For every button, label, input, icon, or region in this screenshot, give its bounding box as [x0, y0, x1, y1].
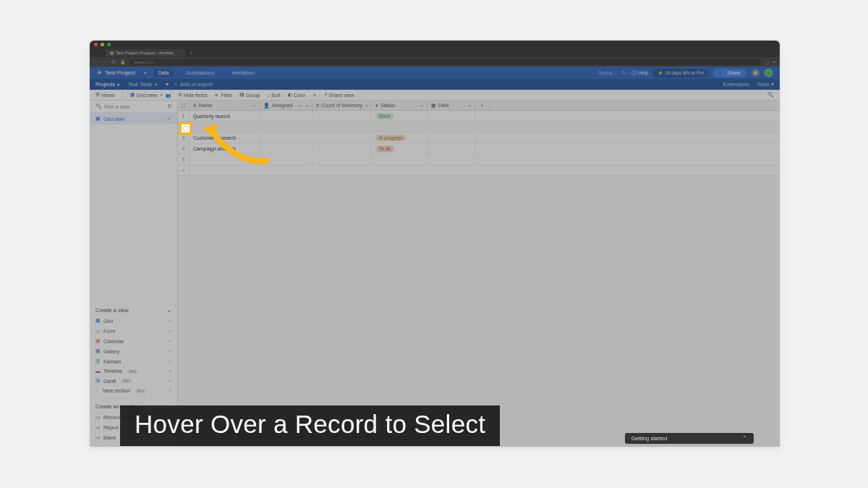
create-calendar[interactable]: ▦Calendar+: [95, 336, 171, 346]
date-cell[interactable]: [427, 143, 475, 153]
status-cell[interactable]: To do: [372, 143, 427, 153]
getting-started-panel[interactable]: Getting started ⌃: [625, 433, 754, 444]
create-kanban[interactable]: ▥Kanban+: [95, 356, 171, 366]
nav-data[interactable]: Data: [154, 69, 174, 77]
row-number[interactable]: 5: [178, 154, 190, 164]
form-icon: ▭: [95, 328, 101, 334]
status-cell[interactable]: [372, 154, 427, 164]
create-gallery[interactable]: ▦Gallery+: [95, 346, 171, 356]
add-import-label: Add or import: [180, 81, 213, 88]
row-height-button[interactable]: ≡: [313, 93, 316, 98]
sidebar-view-grid[interactable]: ▦ Grid view ✓: [90, 113, 177, 125]
filter-button[interactable]: ⫧ Filter: [214, 93, 232, 98]
share-button[interactable]: 👥 Share: [713, 69, 746, 77]
avatar[interactable]: [765, 69, 773, 77]
count-cell[interactable]: [312, 143, 372, 153]
kanban-icon: ▥: [95, 358, 101, 364]
extensions-link[interactable]: Extensions: [723, 81, 750, 88]
tab-favicon: [110, 51, 114, 55]
table-tab-test[interactable]: Test Table ▾: [128, 81, 157, 88]
column-assignee[interactable]: 👤Assignee▾+: [260, 101, 312, 110]
hide-fields-button[interactable]: ⊘ Hide fields: [178, 92, 208, 98]
add-import-button[interactable]: + Add or import: [174, 81, 213, 88]
back-button[interactable]: ←: [94, 59, 99, 65]
item-label: Report: [103, 425, 119, 430]
tab-dropdown-icon[interactable]: ▾: [166, 81, 169, 88]
maximize-window-button[interactable]: [107, 43, 111, 46]
new-tab-button[interactable]: +: [190, 50, 193, 56]
tools-link[interactable]: Tools ▾: [757, 81, 774, 88]
gear-icon[interactable]: ⚙: [167, 104, 171, 109]
search-button[interactable]: 🔍: [767, 92, 774, 98]
profile-icon[interactable]: ●: [773, 59, 775, 64]
tools-label: Tools: [757, 81, 770, 88]
count-cell[interactable]: [312, 132, 372, 143]
trial-badge[interactable]: ⚡ 14 days left on Pro: [653, 69, 708, 77]
add-column-button[interactable]: +: [475, 101, 490, 110]
browser-address-bar: ← → ⟳ 🔒 airtable.com/… ◻ ●: [90, 57, 780, 67]
color-button[interactable]: ◐ Color: [288, 92, 306, 98]
create-timeline[interactable]: ▬TimelinePro+: [95, 366, 171, 376]
chevron-down-icon: ▾: [161, 93, 163, 97]
grid-view-label: Grid view: [137, 93, 158, 98]
date-cell[interactable]: [427, 154, 475, 164]
chevron-down-icon: ▾: [365, 103, 367, 108]
table-tab-projects[interactable]: Projects ▾: [95, 81, 119, 88]
lock-icon: 🔒: [120, 59, 125, 64]
app-logo-icon[interactable]: ✈: [97, 70, 102, 76]
column-name[interactable]: AName▾: [190, 101, 260, 110]
minimize-window-button[interactable]: [101, 43, 104, 46]
date-cell[interactable]: [427, 132, 475, 143]
reload-button[interactable]: ⟳: [111, 59, 116, 65]
date-cell[interactable]: [427, 111, 475, 121]
count-cell[interactable]: [312, 122, 372, 132]
group-button[interactable]: ▤ Group: [239, 92, 260, 98]
share-view-button[interactable]: ↗ Share view: [323, 92, 354, 98]
row-number[interactable]: 4: [178, 143, 190, 153]
nav-automations[interactable]: Automations: [182, 69, 219, 77]
browser-tab[interactable]: Test Project Projects - Airtable: [106, 49, 185, 56]
item-label: Blank: [103, 435, 116, 440]
create-grid[interactable]: ▦Grid+: [95, 316, 171, 326]
find-view-input[interactable]: 🔍 Find a view ⚙: [90, 101, 177, 113]
create-view-header[interactable]: Create a view⌄: [95, 305, 171, 316]
extension-icon[interactable]: ◻: [765, 59, 769, 64]
col-label: Name: [199, 103, 213, 108]
url-field[interactable]: airtable.com/…: [129, 59, 761, 65]
project-title[interactable]: Test Project: [105, 70, 135, 76]
plus-icon: +: [169, 388, 171, 393]
eye-off-icon: ⊘: [178, 92, 182, 98]
column-count[interactable]: #Count of Inventory▾: [312, 101, 372, 110]
item-label: Kanban: [103, 359, 121, 364]
status-cell[interactable]: In progress: [372, 132, 427, 143]
create-form[interactable]: ▭Form+: [95, 326, 171, 336]
notifications-icon[interactable]: 🔔: [752, 69, 760, 77]
create-view-label: Create a view: [95, 307, 129, 314]
help-label: Help: [638, 70, 648, 75]
close-window-button[interactable]: [94, 43, 98, 46]
help-link[interactable]: ⓘ Help: [631, 70, 648, 77]
status-cell[interactable]: [372, 122, 427, 132]
count-cell[interactable]: [312, 111, 372, 121]
select-all-checkbox[interactable]: [178, 101, 190, 110]
create-gantt[interactable]: ▤GanttPro+: [95, 376, 171, 386]
row-number[interactable]: 1: [178, 111, 190, 121]
history-icon[interactable]: ↻: [622, 70, 626, 76]
grid-view-button[interactable]: ▦ Grid view ▾ 👥: [130, 92, 171, 98]
forward-button[interactable]: →: [103, 59, 108, 65]
sort-button[interactable]: ↕ Sort: [267, 93, 280, 98]
plus-icon: +: [169, 319, 171, 324]
project-dropdown-icon[interactable]: ▾: [144, 70, 147, 76]
status-cell[interactable]: Done: [372, 111, 427, 121]
record-icon: ▭: [95, 414, 101, 420]
date-cell[interactable]: [427, 122, 475, 132]
views-button[interactable]: ☰ Views: [95, 92, 115, 98]
nav-interfaces[interactable]: Interfaces: [228, 69, 259, 77]
create-section[interactable]: New sectionPro+: [95, 386, 171, 395]
chevron-down-icon: ⌄: [166, 307, 171, 314]
column-status[interactable]: ▾Status▾: [372, 101, 427, 110]
count-cell[interactable]: [312, 154, 372, 164]
grid-header: AName▾ 👤Assignee▾+ #Count of Inventory▾ …: [178, 101, 780, 111]
gantt-icon: ▤: [95, 378, 101, 384]
column-date[interactable]: ▦Date▾: [427, 101, 475, 110]
